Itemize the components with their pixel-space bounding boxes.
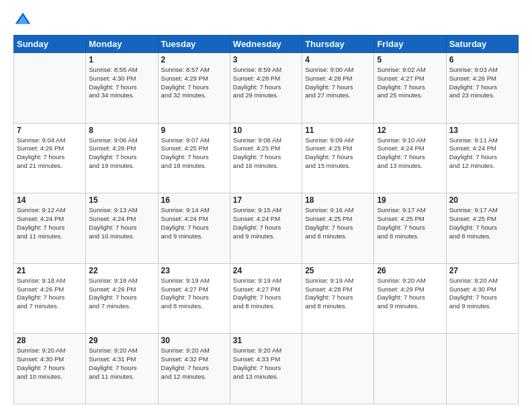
calendar-cell: 20Sunrise: 9:17 AM Sunset: 4:25 PM Dayli…	[446, 193, 518, 264]
weekday-header-row: SundayMondayTuesdayWednesdayThursdayFrid…	[14, 36, 519, 53]
cell-content: Sunrise: 8:59 AM Sunset: 4:28 PM Dayligh…	[233, 66, 299, 100]
cell-content: Sunrise: 9:18 AM Sunset: 4:26 PM Dayligh…	[17, 277, 83, 311]
calendar-cell: 15Sunrise: 9:13 AM Sunset: 4:24 PM Dayli…	[86, 193, 158, 264]
cell-content: Sunrise: 8:57 AM Sunset: 4:29 PM Dayligh…	[161, 66, 227, 100]
calendar-cell: 23Sunrise: 9:19 AM Sunset: 4:27 PM Dayli…	[158, 263, 230, 334]
calendar-cell: 22Sunrise: 9:18 AM Sunset: 4:26 PM Dayli…	[86, 263, 158, 334]
calendar-cell: 13Sunrise: 9:11 AM Sunset: 4:24 PM Dayli…	[446, 123, 518, 193]
day-number: 23	[161, 266, 227, 275]
weekday-header-friday: Friday	[374, 36, 446, 53]
calendar-cell: 12Sunrise: 9:10 AM Sunset: 4:24 PM Dayli…	[374, 123, 446, 193]
cell-content: Sunrise: 8:55 AM Sunset: 4:30 PM Dayligh…	[89, 66, 154, 100]
day-number: 25	[305, 266, 371, 275]
logo	[13, 11, 35, 30]
calendar-cell: 5Sunrise: 9:02 AM Sunset: 4:27 PM Daylig…	[374, 53, 446, 124]
day-number: 8	[89, 126, 154, 135]
weekday-header-sunday: Sunday	[14, 36, 86, 53]
weekday-header-tuesday: Tuesday	[158, 36, 230, 53]
day-number: 11	[305, 126, 371, 135]
day-number: 1	[89, 55, 154, 64]
cell-content: Sunrise: 9:20 AM Sunset: 4:29 PM Dayligh…	[377, 277, 443, 311]
cell-content: Sunrise: 9:13 AM Sunset: 4:24 PM Dayligh…	[89, 206, 154, 240]
cell-content: Sunrise: 9:12 AM Sunset: 4:24 PM Dayligh…	[17, 206, 83, 240]
day-number: 29	[89, 336, 154, 345]
calendar-cell: 30Sunrise: 9:20 AM Sunset: 4:32 PM Dayli…	[158, 334, 230, 404]
calendar-cell: 19Sunrise: 9:17 AM Sunset: 4:25 PM Dayli…	[374, 193, 446, 264]
day-number: 10	[233, 126, 299, 135]
day-number: 2	[161, 55, 227, 64]
weekday-header-saturday: Saturday	[446, 36, 518, 53]
day-number: 6	[449, 55, 515, 64]
cell-content: Sunrise: 9:02 AM Sunset: 4:27 PM Dayligh…	[377, 66, 443, 100]
calendar-cell: 24Sunrise: 9:19 AM Sunset: 4:27 PM Dayli…	[230, 263, 302, 334]
day-number: 12	[377, 126, 443, 135]
header	[13, 11, 519, 30]
cell-content: Sunrise: 9:06 AM Sunset: 4:26 PM Dayligh…	[89, 136, 154, 171]
cell-content: Sunrise: 9:16 AM Sunset: 4:25 PM Dayligh…	[305, 206, 371, 240]
day-number: 21	[17, 266, 83, 275]
calendar-cell: 6Sunrise: 9:03 AM Sunset: 4:26 PM Daylig…	[446, 53, 518, 124]
calendar-cell: 10Sunrise: 9:08 AM Sunset: 4:25 PM Dayli…	[230, 123, 302, 193]
calendar-cell	[302, 334, 374, 404]
day-number: 20	[449, 195, 515, 205]
day-number: 9	[161, 126, 227, 135]
cell-content: Sunrise: 9:14 AM Sunset: 4:24 PM Dayligh…	[161, 206, 227, 240]
cell-content: Sunrise: 9:20 AM Sunset: 4:32 PM Dayligh…	[161, 347, 227, 381]
day-number: 26	[377, 266, 443, 275]
calendar-cell: 17Sunrise: 9:15 AM Sunset: 4:24 PM Dayli…	[230, 193, 302, 264]
cell-content: Sunrise: 9:20 AM Sunset: 4:30 PM Dayligh…	[17, 347, 83, 381]
day-number: 19	[377, 195, 443, 205]
calendar-cell: 8Sunrise: 9:06 AM Sunset: 4:26 PM Daylig…	[86, 123, 158, 193]
calendar-cell: 2Sunrise: 8:57 AM Sunset: 4:29 PM Daylig…	[158, 53, 230, 124]
calendar-cell: 21Sunrise: 9:18 AM Sunset: 4:26 PM Dayli…	[14, 263, 86, 334]
week-row-0: 1Sunrise: 8:55 AM Sunset: 4:30 PM Daylig…	[14, 53, 519, 124]
calendar-cell: 31Sunrise: 9:20 AM Sunset: 4:33 PM Dayli…	[230, 334, 302, 404]
day-number: 31	[233, 336, 299, 345]
day-number: 4	[305, 55, 371, 64]
calendar-cell	[14, 53, 86, 124]
week-row-4: 28Sunrise: 9:20 AM Sunset: 4:30 PM Dayli…	[14, 334, 519, 404]
page: SundayMondayTuesdayWednesdayThursdayFrid…	[0, 0, 532, 411]
cell-content: Sunrise: 9:07 AM Sunset: 4:25 PM Dayligh…	[161, 136, 227, 171]
day-number: 16	[161, 195, 227, 205]
cell-content: Sunrise: 9:04 AM Sunset: 4:26 PM Dayligh…	[17, 136, 83, 171]
day-number: 13	[449, 126, 515, 135]
cell-content: Sunrise: 9:08 AM Sunset: 4:25 PM Dayligh…	[233, 136, 299, 171]
calendar-cell: 27Sunrise: 9:20 AM Sunset: 4:30 PM Dayli…	[446, 263, 518, 334]
calendar-cell: 9Sunrise: 9:07 AM Sunset: 4:25 PM Daylig…	[158, 123, 230, 193]
day-number: 17	[233, 195, 299, 205]
day-number: 18	[305, 195, 371, 205]
calendar-cell: 25Sunrise: 9:19 AM Sunset: 4:28 PM Dayli…	[302, 263, 374, 334]
calendar-cell: 26Sunrise: 9:20 AM Sunset: 4:29 PM Dayli…	[374, 263, 446, 334]
cell-content: Sunrise: 9:15 AM Sunset: 4:24 PM Dayligh…	[233, 206, 299, 240]
calendar-cell: 29Sunrise: 9:20 AM Sunset: 4:31 PM Dayli…	[86, 334, 158, 404]
day-number: 15	[89, 195, 154, 205]
weekday-header-wednesday: Wednesday	[230, 36, 302, 53]
day-number: 28	[17, 336, 83, 345]
cell-content: Sunrise: 9:20 AM Sunset: 4:31 PM Dayligh…	[89, 347, 154, 381]
cell-content: Sunrise: 9:17 AM Sunset: 4:25 PM Dayligh…	[377, 206, 443, 240]
day-number: 14	[17, 195, 83, 205]
week-row-3: 21Sunrise: 9:18 AM Sunset: 4:26 PM Dayli…	[14, 263, 519, 334]
calendar-cell: 18Sunrise: 9:16 AM Sunset: 4:25 PM Dayli…	[302, 193, 374, 264]
day-number: 27	[449, 266, 515, 275]
day-number: 5	[377, 55, 443, 64]
cell-content: Sunrise: 9:20 AM Sunset: 4:30 PM Dayligh…	[449, 277, 515, 311]
cell-content: Sunrise: 9:10 AM Sunset: 4:24 PM Dayligh…	[377, 136, 443, 171]
calendar: SundayMondayTuesdayWednesdayThursdayFrid…	[13, 35, 519, 404]
cell-content: Sunrise: 9:19 AM Sunset: 4:27 PM Dayligh…	[233, 277, 299, 311]
calendar-cell	[374, 334, 446, 404]
calendar-cell: 14Sunrise: 9:12 AM Sunset: 4:24 PM Dayli…	[14, 193, 86, 264]
cell-content: Sunrise: 9:11 AM Sunset: 4:24 PM Dayligh…	[449, 136, 515, 171]
calendar-cell: 4Sunrise: 9:00 AM Sunset: 4:28 PM Daylig…	[302, 53, 374, 124]
logo-icon	[13, 11, 32, 30]
calendar-cell: 28Sunrise: 9:20 AM Sunset: 4:30 PM Dayli…	[14, 334, 86, 404]
day-number: 7	[17, 126, 83, 135]
cell-content: Sunrise: 9:00 AM Sunset: 4:28 PM Dayligh…	[305, 66, 371, 100]
calendar-cell: 11Sunrise: 9:09 AM Sunset: 4:25 PM Dayli…	[302, 123, 374, 193]
week-row-2: 14Sunrise: 9:12 AM Sunset: 4:24 PM Dayli…	[14, 193, 519, 264]
calendar-cell	[446, 334, 518, 404]
weekday-header-monday: Monday	[86, 36, 158, 53]
cell-content: Sunrise: 9:17 AM Sunset: 4:25 PM Dayligh…	[449, 206, 515, 240]
cell-content: Sunrise: 9:19 AM Sunset: 4:27 PM Dayligh…	[161, 277, 227, 311]
